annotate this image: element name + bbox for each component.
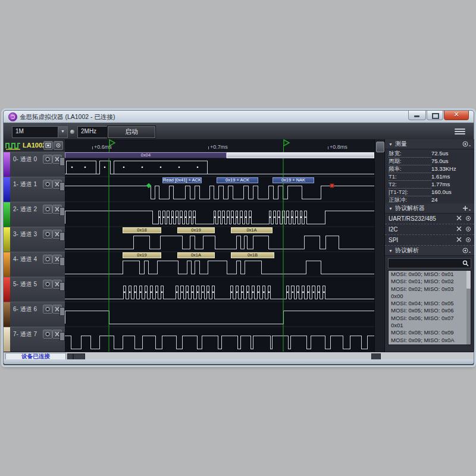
channel-row-4[interactable]: 4- 通道 4 — [4, 252, 65, 278]
channel-trigger-button[interactable] — [43, 155, 52, 164]
row-resize-grip[interactable] — [60, 332, 65, 341]
row-resize-grip[interactable] — [60, 257, 65, 266]
sample-depth-value: 1M — [12, 127, 58, 137]
remove-decoder-icon[interactable] — [456, 236, 463, 243]
close-icon: ✕ — [444, 111, 468, 118]
collapse-triangle-icon[interactable]: ▼ — [389, 249, 393, 253]
add-decoder-icon[interactable] — [462, 205, 471, 212]
settings-gear-button[interactable] — [54, 141, 63, 150]
remove-decoder-icon[interactable] — [456, 215, 463, 222]
channel-color-strip — [4, 302, 10, 327]
measurement-label[interactable]: |T1-T2|: — [389, 188, 431, 196]
channel-trigger-button[interactable] — [43, 330, 52, 339]
search-input[interactable] — [390, 259, 462, 267]
list-scrollbar[interactable] — [466, 271, 471, 345]
row-resize-grip[interactable] — [60, 157, 65, 166]
channel-trigger-button[interactable] — [43, 305, 52, 314]
minimize-icon — [414, 115, 419, 117]
sample-depth-select[interactable]: 1M ▼ — [12, 126, 68, 138]
row-resize-grip[interactable] — [60, 182, 65, 191]
decoded-data-row[interactable]: MOSI: 0x06; MISO: 0x07 — [389, 315, 471, 322]
decoded-frame-label: 0x19 + NAK — [273, 177, 314, 183]
waveform-trace-ch1 — [65, 186, 374, 199]
channel-label: 4- 通道 4 — [13, 255, 37, 264]
ruler-tick — [92, 146, 93, 149]
decoded-data-row[interactable]: MOSI: 0x01; MISO: 0x02 — [389, 278, 471, 285]
analysis-section-header[interactable]: ▼协议解析 — [385, 246, 474, 256]
decoder-item[interactable]: SPI — [385, 235, 474, 246]
row-resize-grip[interactable] — [60, 207, 65, 216]
decoders-section-header[interactable]: ▼协议解析器 — [385, 203, 474, 214]
channel-row-2[interactable]: 2- 通道 2 — [4, 202, 65, 228]
measurement-value: 72.5us — [431, 149, 449, 157]
channel-row-7[interactable]: 7- 通道 7 — [4, 327, 65, 353]
measurement-label[interactable]: 频率: — [389, 165, 431, 173]
analysis-options-icon[interactable] — [462, 247, 471, 254]
decoder-item[interactable]: UART/RS232/485 — [385, 214, 474, 224]
time-ruler[interactable]: +0.6ms+0.7ms+0.8ms — [65, 139, 374, 152]
channel-color-strip — [4, 152, 10, 177]
chevron-down-icon[interactable]: ▼ — [58, 127, 67, 137]
measurement-value: 1.61ms — [431, 173, 450, 180]
measurement-label[interactable]: T1: — [389, 173, 431, 181]
measure-options-icon[interactable] — [462, 140, 471, 148]
channel-trigger-button[interactable] — [43, 280, 52, 289]
decoded-data-row[interactable]: MOSI: 0x09; MISO: 0x0A — [389, 337, 471, 344]
cursor-flag-icon[interactable] — [109, 139, 116, 147]
cursor-flag-icon[interactable] — [283, 139, 290, 147]
channel-trigger-button[interactable] — [43, 230, 52, 239]
remove-decoder-icon[interactable] — [456, 226, 463, 233]
channel-trigger-button[interactable] — [43, 180, 52, 189]
vertical-scrollbar[interactable] — [374, 139, 385, 352]
decoded-data-row[interactable]: MOSI: 0x00; MISO: 0x01 — [389, 271, 471, 278]
channel-row-5[interactable]: 5- 通道 5 — [4, 277, 65, 303]
side-panel: ▼测量 脉宽:72.5us周期:75.0us频率:13.33KHzT1:1.61… — [384, 139, 474, 352]
row-resize-grip[interactable] — [60, 307, 65, 316]
maximize-icon — [432, 113, 439, 119]
channel-row-6[interactable]: 6- 通道 6 — [4, 302, 65, 328]
measurement-label[interactable]: 周期: — [389, 157, 431, 165]
measurement-label[interactable]: T2: — [389, 180, 431, 189]
menu-icon[interactable] — [455, 127, 465, 136]
waveform-canvas[interactable]: 0x04Read [0x41] + ACK0x19 + ACK0x19 + NA… — [65, 152, 374, 352]
waveform-area[interactable]: +0.6ms+0.7ms+0.8ms 0x04Read [0x41] + ACK… — [65, 139, 374, 352]
decoder-settings-icon[interactable] — [465, 215, 472, 222]
close-button[interactable]: ✕ — [444, 111, 469, 120]
decoded-data-row[interactable]: MOSI: 0x05; MISO: 0x06 — [389, 307, 471, 314]
measurement-row: 脉宽:72.5us — [385, 149, 474, 157]
decoded-data-row[interactable]: 0x01 — [389, 322, 471, 329]
measurement-label[interactable]: 正脉冲: — [389, 196, 431, 204]
row-resize-grip[interactable] — [60, 232, 65, 241]
collapse-triangle-icon[interactable]: ▼ — [389, 206, 393, 211]
channel-row-0[interactable]: 0- 通道 0 — [4, 152, 65, 178]
channel-trigger-button[interactable] — [43, 255, 52, 264]
title-bar[interactable]: 金思拓虚拟仪器 (LA1002 - 已连接) ✕ — [4, 111, 474, 123]
measurement-value: 75.0us — [431, 157, 449, 165]
row-resize-grip[interactable] — [60, 282, 65, 291]
channel-color-strip — [4, 252, 10, 277]
decoded-data-row[interactable]: MOSI: 0x04; MISO: 0x05 — [389, 300, 471, 307]
vertical-scrollbar-thumb[interactable] — [376, 142, 384, 152]
minimize-button[interactable] — [408, 111, 426, 120]
decoded-data-row[interactable]: MOSI: 0x02; MISO: 0x03 — [389, 286, 471, 293]
decoded-data-list[interactable]: MOSI: 0x00; MISO: 0x01MOSI: 0x01; MISO: … — [388, 270, 471, 345]
list-scrollbar-thumb[interactable] — [466, 271, 471, 289]
maximize-button[interactable] — [427, 111, 443, 120]
channel-row-1[interactable]: 1- 通道 1 — [4, 177, 65, 203]
decoder-settings-icon[interactable] — [465, 226, 472, 233]
measurement-label[interactable]: 脉宽: — [389, 149, 431, 158]
decoded-data-row[interactable]: MOSI: 0x08; MISO: 0x09 — [389, 329, 471, 336]
measurements-section-header[interactable]: ▼测量 — [385, 139, 474, 149]
decoder-item[interactable]: I2C — [385, 224, 474, 235]
decoder-settings-icon[interactable] — [465, 236, 472, 243]
status-bar: 设备已连接 — [4, 352, 474, 360]
channel-row-3[interactable]: 3- 通道 3 — [4, 227, 65, 253]
channel-trigger-button[interactable] — [43, 205, 52, 214]
snapshot-button[interactable] — [43, 141, 53, 150]
decoded-data-row[interactable]: 0x00 — [389, 293, 471, 300]
measurement-row: 周期:75.0us — [385, 157, 474, 165]
channel-color-strip — [4, 277, 10, 302]
collapse-triangle-icon[interactable]: ▼ — [389, 142, 393, 146]
search-box[interactable] — [388, 258, 471, 268]
start-button[interactable]: 启动 — [108, 126, 155, 138]
